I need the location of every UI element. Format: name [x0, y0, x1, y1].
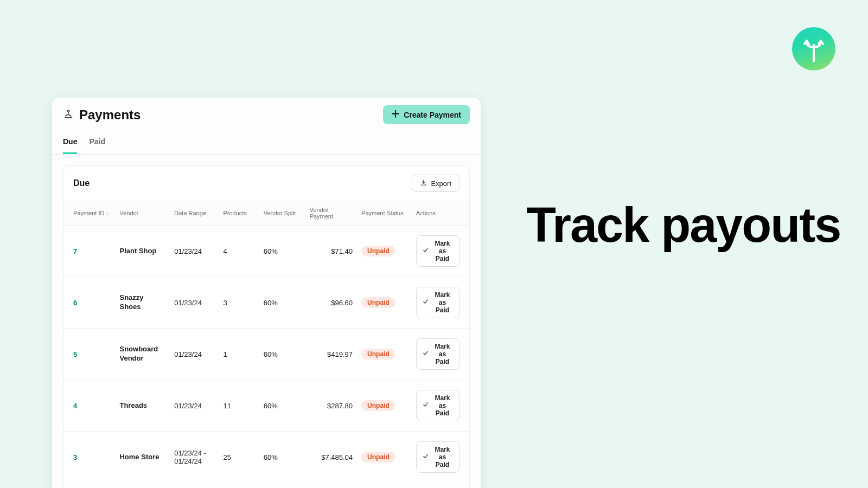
- date-range: 01/23/24: [170, 380, 219, 432]
- due-panel: Due Export Payment ID↓ Vendor Date Range: [63, 165, 470, 488]
- vendor-payment-amount: $7,485.04: [305, 432, 357, 483]
- table-row: 7Plant Shop01/23/24460%$71.40UnpaidMark …: [63, 226, 469, 277]
- col-date-range[interactable]: Date Range: [170, 201, 219, 226]
- vendor-split: 60%: [259, 277, 305, 329]
- vendor-split: 60%: [259, 329, 305, 380]
- col-payment-id[interactable]: Payment ID↓: [63, 201, 115, 226]
- vendor-name: Threads: [119, 401, 165, 410]
- mark-as-paid-button[interactable]: Mark as Paid: [416, 235, 459, 267]
- brand-logo: [792, 27, 835, 70]
- payments-icon: [63, 108, 74, 121]
- products-count: 3: [219, 277, 259, 329]
- products-count: 4: [219, 226, 259, 277]
- create-payment-label: Create Payment: [404, 111, 461, 119]
- payments-table: Payment ID↓ Vendor Date Range Products V…: [63, 201, 469, 488]
- vendor-payment-amount: $387.97: [305, 483, 357, 489]
- vendor-name: Plant Shop: [119, 247, 165, 256]
- check-icon: [423, 402, 429, 409]
- date-range: 01/23/24: [170, 483, 219, 489]
- table-row: 6Snazzy Shoes01/23/24360%$96.60UnpaidMar…: [63, 277, 469, 329]
- check-icon: [423, 453, 429, 461]
- mark-as-paid-label: Mark as Paid: [432, 240, 453, 262]
- mark-as-paid-button[interactable]: Mark as Paid: [416, 287, 459, 318]
- vendor-name: Snowboard Vendor: [119, 345, 165, 363]
- vendor-payment-amount: $96.60: [305, 277, 357, 329]
- vendor-payment-amount: $287.80: [305, 380, 357, 432]
- vendor-split: 60%: [259, 380, 305, 432]
- vendor-split: 60%: [259, 483, 305, 489]
- mark-as-paid-label: Mark as Paid: [432, 343, 453, 365]
- vendor-payment-amount: $419.97: [305, 329, 357, 380]
- mark-as-paid-label: Mark as Paid: [432, 446, 453, 468]
- col-vendor-payment[interactable]: Vendor Payment: [305, 201, 357, 226]
- mark-as-paid-button[interactable]: Mark as Paid: [416, 441, 459, 473]
- date-range: 01/23/24 - 01/24/24: [170, 432, 219, 483]
- payments-card: Payments Create Payment Due Paid Due Exp…: [52, 98, 481, 488]
- products-count: 1: [219, 329, 259, 380]
- status-badge: Unpaid: [361, 246, 395, 256]
- status-badge: Unpaid: [361, 349, 395, 359]
- col-actions: Actions: [412, 201, 469, 226]
- status-badge: Unpaid: [361, 297, 395, 308]
- tab-paid[interactable]: Paid: [89, 132, 105, 154]
- payment-id-link[interactable]: 3: [73, 453, 77, 461]
- table-row: 2Plant Shop01/23/242360%$387.97UnpaidMar…: [63, 483, 469, 489]
- payment-id-link[interactable]: 7: [73, 247, 77, 255]
- check-icon: [423, 350, 429, 358]
- vendor-split: 60%: [259, 226, 305, 277]
- col-vendor-split[interactable]: Vendor Split: [259, 201, 305, 226]
- products-count: 23: [219, 483, 259, 489]
- table-row: 3Home Store01/23/24 - 01/24/242560%$7,48…: [63, 432, 469, 483]
- col-payment-id-label: Payment ID: [73, 210, 104, 216]
- col-products[interactable]: Products: [219, 201, 259, 226]
- status-badge: Unpaid: [361, 400, 395, 411]
- vendor-name: Home Store: [119, 453, 165, 462]
- table-row: 5Snowboard Vendor01/23/24160%$419.97Unpa…: [63, 329, 469, 380]
- export-label: Export: [431, 179, 451, 188]
- export-button[interactable]: Export: [412, 175, 459, 192]
- check-icon: [423, 299, 429, 306]
- create-payment-button[interactable]: Create Payment: [383, 105, 470, 124]
- products-count: 11: [219, 380, 259, 432]
- table-row: 4Threads01/23/241160%$287.80UnpaidMark a…: [63, 380, 469, 432]
- col-vendor[interactable]: Vendor: [115, 201, 170, 226]
- status-badge: Unpaid: [361, 452, 395, 463]
- tabs: Due Paid: [52, 127, 481, 155]
- date-range: 01/23/24: [170, 277, 219, 329]
- mark-as-paid-label: Mark as Paid: [432, 291, 453, 314]
- plus-icon: [392, 110, 399, 119]
- mark-as-paid-button[interactable]: Mark as Paid: [416, 390, 459, 421]
- panel-header: Due Export: [63, 166, 469, 201]
- payment-id-link[interactable]: 4: [73, 402, 77, 410]
- sort-desc-icon: ↓: [106, 210, 108, 216]
- date-range: 01/23/24: [170, 329, 219, 380]
- payment-id-link[interactable]: 6: [73, 299, 77, 307]
- card-header: Payments Create Payment: [52, 98, 481, 127]
- mark-as-paid-label: Mark as Paid: [432, 394, 453, 417]
- payment-id-link[interactable]: 5: [73, 350, 77, 358]
- products-count: 25: [219, 432, 259, 483]
- svg-point-0: [67, 110, 69, 112]
- vendor-split: 60%: [259, 432, 305, 483]
- mark-as-paid-button[interactable]: Mark as Paid: [416, 338, 459, 370]
- export-icon: [420, 179, 427, 188]
- tab-due[interactable]: Due: [63, 132, 77, 154]
- marketing-headline: Track payouts: [526, 201, 840, 249]
- date-range: 01/23/24: [170, 226, 219, 277]
- page-title: Payments: [79, 107, 141, 123]
- check-icon: [423, 247, 429, 255]
- vendor-name: Snazzy Shoes: [119, 293, 165, 312]
- panel-title: Due: [73, 178, 90, 188]
- trident-icon: [800, 35, 827, 62]
- vendor-payment-amount: $71.40: [305, 226, 357, 277]
- col-payment-status[interactable]: Payment Status: [357, 201, 412, 226]
